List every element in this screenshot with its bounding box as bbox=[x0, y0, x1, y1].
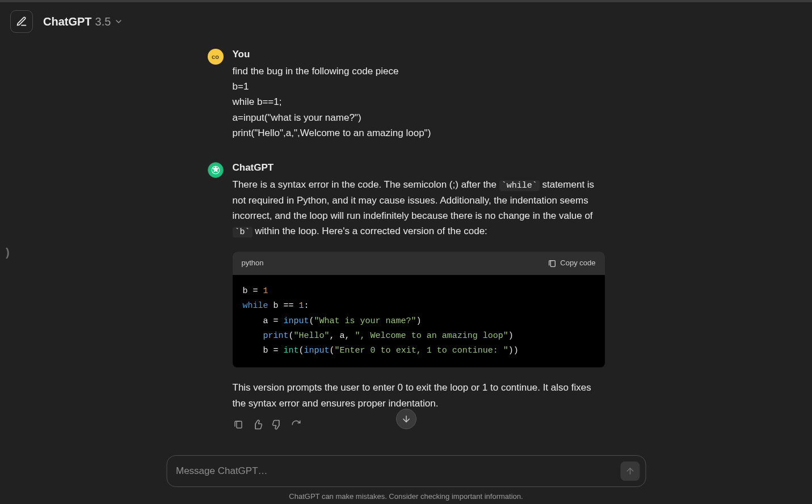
conversation-area: co You find the bug in the following cod… bbox=[0, 0, 812, 442]
user-line: print("Hello",a,",Welcome to an amazing … bbox=[233, 125, 605, 141]
code-token: while bbox=[243, 301, 268, 311]
code-header: python Copy code bbox=[233, 252, 605, 275]
code-token: "Hello" bbox=[294, 331, 330, 341]
user-line: a=input("what is your name?") bbox=[233, 110, 605, 125]
text-span: There is a syntax error in the code. The… bbox=[233, 179, 499, 190]
code-token: "What is your name?" bbox=[314, 316, 416, 326]
code-token: 1 bbox=[263, 286, 268, 296]
copy-code-label: Copy code bbox=[560, 257, 595, 269]
user-line: while b==1; bbox=[233, 94, 605, 109]
clipboard-icon bbox=[233, 420, 243, 430]
text-span: within the loop. Here's a corrected vers… bbox=[253, 226, 487, 236]
code-language-label: python bbox=[242, 257, 264, 269]
thumbs-up-button[interactable] bbox=[252, 419, 263, 430]
clipboard-icon bbox=[548, 259, 557, 268]
code-token: , bbox=[330, 331, 340, 341]
assistant-outro: This version prompts the user to enter 0… bbox=[233, 380, 605, 410]
thumbs-down-button[interactable] bbox=[271, 419, 283, 430]
code-token: ( bbox=[309, 316, 314, 326]
user-message: co You find the bug in the following cod… bbox=[202, 49, 611, 141]
user-author-label: You bbox=[233, 49, 605, 60]
code-token: b bbox=[274, 301, 279, 311]
user-message-text: find the bug in the following code piece… bbox=[233, 63, 605, 141]
assistant-message: ChatGPT There is a syntax error in the c… bbox=[202, 162, 611, 430]
code-token: input bbox=[304, 346, 330, 355]
thumbs-down-icon bbox=[272, 420, 282, 430]
arrow-down-icon bbox=[401, 414, 411, 424]
assistant-avatar bbox=[208, 162, 224, 178]
code-token: , bbox=[345, 331, 355, 341]
openai-logo-icon bbox=[211, 165, 221, 175]
code-token: ", Welcome to an amazing loop" bbox=[355, 331, 508, 341]
code-token: == bbox=[279, 301, 299, 311]
assistant-message-text: There is a syntax error in the code. The… bbox=[233, 177, 605, 411]
message-input-box bbox=[166, 455, 646, 487]
user-avatar: co bbox=[208, 49, 224, 65]
code-token: print bbox=[263, 331, 289, 341]
code-token: 1 bbox=[299, 301, 304, 311]
code-token: a bbox=[340, 331, 345, 341]
code-token: ( bbox=[299, 346, 304, 355]
thumbs-up-icon bbox=[253, 420, 263, 430]
code-token: ) bbox=[416, 316, 422, 326]
send-button[interactable] bbox=[620, 461, 639, 481]
svg-rect-1 bbox=[551, 260, 556, 266]
code-token: int bbox=[284, 346, 299, 355]
code-token: ) bbox=[508, 331, 514, 341]
code-token: = bbox=[248, 286, 263, 296]
code-token: b bbox=[263, 346, 268, 355]
code-token: "Enter 0 to exit, 1 to continue: " bbox=[335, 346, 508, 355]
svg-rect-2 bbox=[237, 421, 242, 428]
inline-code: `while` bbox=[499, 180, 540, 191]
code-body: b = 1 while b == 1: a = input("What is y… bbox=[233, 275, 605, 367]
copy-message-button[interactable] bbox=[233, 419, 244, 430]
regenerate-button[interactable] bbox=[291, 419, 302, 430]
message-actions bbox=[233, 419, 605, 430]
code-token: input bbox=[284, 316, 309, 326]
code-token: a bbox=[263, 316, 268, 326]
refresh-icon bbox=[291, 420, 301, 430]
inline-code: `b` bbox=[233, 227, 253, 238]
code-token bbox=[243, 331, 263, 341]
code-token: : bbox=[304, 301, 309, 311]
code-token: ( bbox=[289, 331, 294, 341]
user-line: find the bug in the following code piece bbox=[233, 63, 605, 79]
arrow-up-icon bbox=[625, 466, 635, 476]
scroll-to-bottom-button[interactable] bbox=[396, 409, 416, 429]
code-token: = bbox=[268, 346, 284, 355]
code-block: python Copy code b = 1 while b == 1: a =… bbox=[233, 252, 605, 367]
code-token bbox=[243, 316, 263, 326]
code-token: b bbox=[243, 286, 248, 296]
assistant-author-label: ChatGPT bbox=[233, 162, 605, 173]
assistant-intro: There is a syntax error in the code. The… bbox=[233, 177, 605, 239]
code-token: ( bbox=[330, 346, 335, 355]
message-input[interactable] bbox=[176, 465, 613, 477]
code-token bbox=[268, 301, 274, 311]
code-token: )) bbox=[508, 346, 519, 355]
code-token: = bbox=[268, 316, 284, 326]
disclaimer-text: ChatGPT can make mistakes. Consider chec… bbox=[0, 492, 812, 501]
code-token bbox=[243, 346, 263, 355]
message-input-area bbox=[166, 455, 646, 487]
user-line: b=1 bbox=[233, 79, 605, 94]
copy-code-button[interactable]: Copy code bbox=[548, 257, 595, 269]
